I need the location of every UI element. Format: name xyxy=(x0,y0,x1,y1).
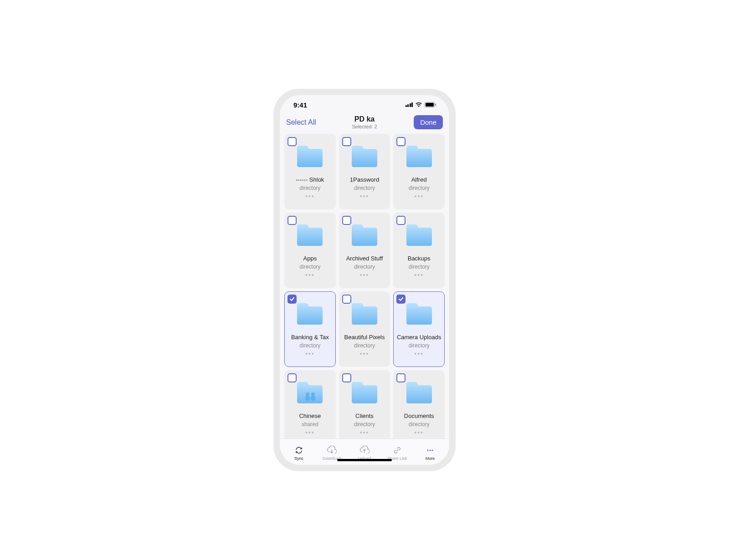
toolbar-upload[interactable]: Upload xyxy=(348,445,381,461)
cellular-icon xyxy=(406,102,413,107)
folder-card[interactable]: Alfred directory ••• xyxy=(393,134,445,209)
folder-more-icon[interactable]: ••• xyxy=(360,351,370,357)
folder-checkbox[interactable] xyxy=(287,373,297,382)
folder-type: directory xyxy=(354,264,375,270)
folder-checkbox[interactable] xyxy=(396,216,406,225)
folder-type: directory xyxy=(409,421,430,428)
folder-grid: ------ Shlok directory ••• 1Password dir… xyxy=(284,134,445,438)
folder-type: directory xyxy=(354,185,375,191)
folder-more-icon[interactable]: ••• xyxy=(305,272,315,278)
folder-card[interactable]: Backups directory ••• xyxy=(393,213,445,288)
folder-checkbox[interactable] xyxy=(342,216,351,225)
svg-point-8 xyxy=(429,449,431,451)
folder-more-icon[interactable]: ••• xyxy=(414,272,424,278)
toolbar-label: More xyxy=(426,456,435,461)
toolbar-label: Sync xyxy=(294,456,303,461)
folder-card[interactable]: Archived Stuff directory ••• xyxy=(339,213,390,288)
folder-name: Camera Uploads xyxy=(396,334,442,341)
folder-card[interactable]: 1Password directory ••• xyxy=(339,134,390,209)
folder-more-icon[interactable]: ••• xyxy=(305,351,315,357)
folder-more-icon[interactable]: ••• xyxy=(360,193,370,199)
folder-grid-scroll[interactable]: ------ Shlok directory ••• 1Password dir… xyxy=(280,134,449,438)
toolbar-link[interactable]: Share Link xyxy=(381,445,414,461)
status-time: 9:41 xyxy=(293,101,307,109)
folder-icon xyxy=(405,376,434,409)
upload-icon xyxy=(359,445,370,455)
nav-title: PD ka xyxy=(323,115,406,123)
folder-type: directory xyxy=(354,342,375,349)
folder-card[interactable]: ------ Shlok directory ••• xyxy=(284,134,336,209)
folder-icon xyxy=(405,140,434,173)
folder-more-icon[interactable]: ••• xyxy=(305,193,315,199)
folder-name: 1Password xyxy=(342,176,387,183)
battery-icon xyxy=(425,102,436,107)
more-icon xyxy=(426,445,435,455)
status-right xyxy=(406,102,437,107)
folder-type: directory xyxy=(354,421,375,428)
folder-card[interactable]: Clients directory ••• xyxy=(339,370,390,438)
home-indicator[interactable] xyxy=(337,459,392,461)
folder-icon xyxy=(295,219,324,251)
folder-name: Banking & Tax xyxy=(287,334,333,341)
folder-card[interactable]: Camera Uploads directory ••• xyxy=(393,291,445,367)
folder-card[interactable]: Beautiful Pixels directory ••• xyxy=(339,291,390,367)
nav-header: Select All PD ka Selected: 2 Done xyxy=(280,114,449,134)
folder-checkbox[interactable] xyxy=(396,295,406,304)
svg-rect-2 xyxy=(435,104,436,106)
folder-checkbox[interactable] xyxy=(396,137,406,146)
folder-checkbox[interactable] xyxy=(287,216,297,225)
folder-more-icon[interactable]: ••• xyxy=(360,272,370,278)
done-button[interactable]: Done xyxy=(414,115,443,129)
folder-icon xyxy=(295,376,324,409)
folder-checkbox[interactable] xyxy=(342,373,351,382)
folder-more-icon[interactable]: ••• xyxy=(414,351,424,357)
folder-name: Beautiful Pixels xyxy=(342,334,387,341)
folder-type: shared xyxy=(302,421,318,428)
folder-checkbox[interactable] xyxy=(342,295,351,304)
folder-type: directory xyxy=(409,342,430,349)
sync-icon xyxy=(294,445,303,455)
svg-point-3 xyxy=(306,392,309,396)
svg-point-7 xyxy=(427,449,428,451)
folder-card[interactable]: Apps directory ••• xyxy=(284,213,336,288)
folder-name: Clients xyxy=(342,412,387,420)
screen: 9:41 Select All PD ka Selected: 2 xyxy=(280,95,449,465)
folder-card[interactable]: Documents directory ••• xyxy=(393,370,445,438)
folder-checkbox[interactable] xyxy=(287,295,297,304)
svg-point-9 xyxy=(431,449,433,451)
toolbar-sync[interactable]: Sync xyxy=(282,445,315,461)
folder-icon xyxy=(350,297,379,330)
folder-icon xyxy=(350,219,379,251)
svg-rect-6 xyxy=(311,396,315,401)
folder-type: directory xyxy=(409,264,430,270)
link-icon xyxy=(393,445,402,455)
folder-type: directory xyxy=(299,342,320,349)
download-icon xyxy=(327,445,337,455)
folder-icon xyxy=(350,140,379,173)
folder-more-icon[interactable]: ••• xyxy=(305,429,315,436)
toolbar-download[interactable]: Download xyxy=(315,445,348,461)
folder-card[interactable]: Chinese shared ••• xyxy=(284,370,336,438)
folder-icon xyxy=(405,297,434,330)
nav-subtitle: Selected: 2 xyxy=(323,124,406,129)
folder-icon xyxy=(350,376,379,409)
folder-checkbox[interactable] xyxy=(342,137,351,146)
folder-card[interactable]: Banking & Tax directory ••• xyxy=(284,291,336,367)
folder-icon xyxy=(295,140,324,173)
folder-name: ------ Shlok xyxy=(287,176,333,183)
folder-name: Archived Stuff xyxy=(342,255,387,262)
folder-name: Apps xyxy=(287,255,333,262)
select-all-button[interactable]: Select All xyxy=(286,118,323,127)
folder-more-icon[interactable]: ••• xyxy=(360,429,370,436)
folder-checkbox[interactable] xyxy=(396,373,406,382)
folder-more-icon[interactable]: ••• xyxy=(414,429,424,436)
folder-type: directory xyxy=(409,185,430,191)
folder-checkbox[interactable] xyxy=(287,137,297,146)
toolbar-more[interactable]: More xyxy=(414,445,447,461)
svg-rect-1 xyxy=(426,103,434,107)
wifi-icon xyxy=(415,102,422,107)
folder-icon xyxy=(295,297,324,330)
folder-name: Alfred xyxy=(396,176,442,183)
phone-frame: 9:41 Select All PD ka Selected: 2 xyxy=(273,89,456,471)
folder-more-icon[interactable]: ••• xyxy=(414,193,424,199)
